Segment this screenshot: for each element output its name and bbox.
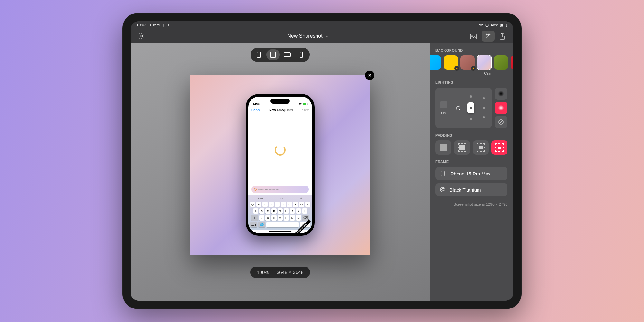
light-pos-tr[interactable] <box>483 97 485 99</box>
phone-status-icons <box>295 103 308 106</box>
status-time: 19:02 <box>137 23 146 27</box>
lighting-shadow[interactable] <box>495 88 507 100</box>
phone-title: New EmojiNEW <box>269 109 293 112</box>
svg-rect-3 <box>507 24 507 26</box>
screenshot-size-info: Screenshot size is 1290 × 2796 <box>435 202 507 207</box>
sidebar: BACKGROUND ✦✦ Calm LIGHTING ON <box>430 43 513 301</box>
aspect-square[interactable] <box>266 49 280 60</box>
light-pos-tl[interactable] <box>470 95 472 98</box>
canvas-wrapper: × 14:32 <box>190 75 370 255</box>
aspect-ratio-segment <box>251 48 310 62</box>
battery-icon <box>500 24 507 27</box>
canvas-area: × 14:32 <box>131 43 430 301</box>
bg-swatch-4[interactable] <box>494 55 508 70</box>
padding-section: PADDING <box>435 133 507 155</box>
padding-none[interactable] <box>435 140 451 155</box>
phone-icon <box>440 171 446 176</box>
palette-icon <box>440 187 446 193</box>
svg-rect-7 <box>295 104 295 105</box>
bg-swatch-3[interactable] <box>477 55 491 70</box>
phone-search-field: Describe an Emoji <box>251 186 309 193</box>
sun-icon <box>454 104 461 111</box>
chevron-down-icon: ⌄ <box>325 34 328 38</box>
svg-point-4 <box>141 35 143 37</box>
light-pos-center[interactable] <box>467 102 474 113</box>
phone-insert: Insert <box>301 109 309 112</box>
dynamic-island <box>270 99 290 104</box>
background-swatches: ✦✦ <box>430 55 507 70</box>
ipad-device: 19:02 Tue Aug 13 46% <box>122 13 522 309</box>
phone-mockup[interactable]: 14:32 Cancel New EmojiNEW Insert <box>246 94 315 236</box>
gallery-button[interactable] <box>468 31 480 42</box>
frame-color-picker[interactable]: Black Titanium <box>435 183 507 196</box>
svg-rect-16 <box>441 171 444 176</box>
magic-button[interactable] <box>482 31 495 42</box>
svg-rect-12 <box>303 103 306 105</box>
light-pos-br[interactable] <box>483 116 485 118</box>
lighting-grid <box>453 93 489 123</box>
background-label: BACKGROUND <box>435 48 507 52</box>
bg-swatch-2[interactable]: ✦ <box>460 55 475 70</box>
bg-swatch-1[interactable]: ✦ <box>444 55 458 70</box>
padding-label: PADDING <box>435 133 507 137</box>
sparkle-icon <box>254 188 257 191</box>
lighting-label: LIGHTING <box>435 80 507 84</box>
frame-device-picker[interactable]: iPhone 15 Pro Max <box>435 167 507 180</box>
lighting-panel: ON <box>435 88 492 128</box>
preset-indicator-icon: ✦ <box>454 66 459 71</box>
status-bar: 19:02 Tue Aug 13 46% <box>131 21 513 29</box>
home-indicator <box>269 231 291 232</box>
svg-point-19 <box>443 188 444 189</box>
phone-keyboard: NãoOÉ QWERTYUIOP ASDFGHJKL ⇧ZXCVBNM⌫ 123… <box>248 195 312 230</box>
orientation-icon <box>485 24 489 27</box>
battery-pct: 46% <box>491 23 498 27</box>
frame-label: FRAME <box>435 160 507 164</box>
preset-indicator-icon: ✦ <box>471 66 476 71</box>
canvas[interactable]: 14:32 Cancel New EmojiNEW Insert <box>190 75 370 255</box>
svg-rect-2 <box>501 24 504 26</box>
svg-rect-8 <box>296 104 296 106</box>
close-icon: × <box>368 72 371 78</box>
padding-large[interactable] <box>491 140 507 155</box>
background-section: BACKGROUND ✦✦ Calm <box>435 48 507 75</box>
svg-point-18 <box>442 188 443 189</box>
svg-point-0 <box>486 24 488 27</box>
phone-screen: 14:32 Cancel New EmojiNEW Insert <box>248 97 312 233</box>
lighting-toggle[interactable]: ON <box>439 101 449 115</box>
phone-content <box>248 114 312 186</box>
frame-section: FRAME iPhone 15 Pro Max Black Titanium <box>435 160 507 196</box>
lighting-section: LIGHTING ON <box>435 80 507 128</box>
svg-point-17 <box>441 189 442 190</box>
aspect-landscape[interactable] <box>280 49 294 60</box>
lighting-glow[interactable] <box>495 102 507 114</box>
phone-cancel: Cancel <box>251 109 261 112</box>
settings-button[interactable] <box>135 31 148 42</box>
padding-small[interactable] <box>454 140 470 155</box>
status-date: Tue Aug 13 <box>149 23 169 27</box>
document-title[interactable]: New Shareshot ⌄ <box>287 33 328 39</box>
bg-swatch-5[interactable] <box>511 55 513 70</box>
aspect-phone[interactable] <box>295 49 308 60</box>
bg-swatch-0[interactable] <box>430 55 441 70</box>
svg-rect-10 <box>298 103 298 106</box>
close-button[interactable]: × <box>365 71 374 80</box>
zoom-info[interactable]: 100% — 3648 × 3648 <box>250 267 310 278</box>
background-name: Calm <box>430 71 511 75</box>
aspect-portrait[interactable] <box>252 49 266 60</box>
share-button[interactable] <box>496 31 509 42</box>
svg-rect-5 <box>470 34 476 39</box>
phone-nav-bar: Cancel New EmojiNEW Insert <box>248 106 312 114</box>
svg-rect-9 <box>297 103 297 105</box>
light-pos-bl[interactable] <box>470 118 472 120</box>
lighting-none[interactable] <box>495 116 507 128</box>
app-header: New Shareshot ⌄ <box>131 29 513 43</box>
wifi-icon <box>479 24 483 27</box>
svg-rect-13 <box>307 104 308 105</box>
light-pos-r[interactable] <box>483 107 485 109</box>
ipad-screen: 19:02 Tue Aug 13 46% <box>131 21 513 301</box>
app-body: × 14:32 <box>131 43 513 301</box>
svg-point-14 <box>457 107 459 109</box>
loading-spinner-icon <box>275 145 286 156</box>
padding-medium[interactable] <box>473 140 489 155</box>
